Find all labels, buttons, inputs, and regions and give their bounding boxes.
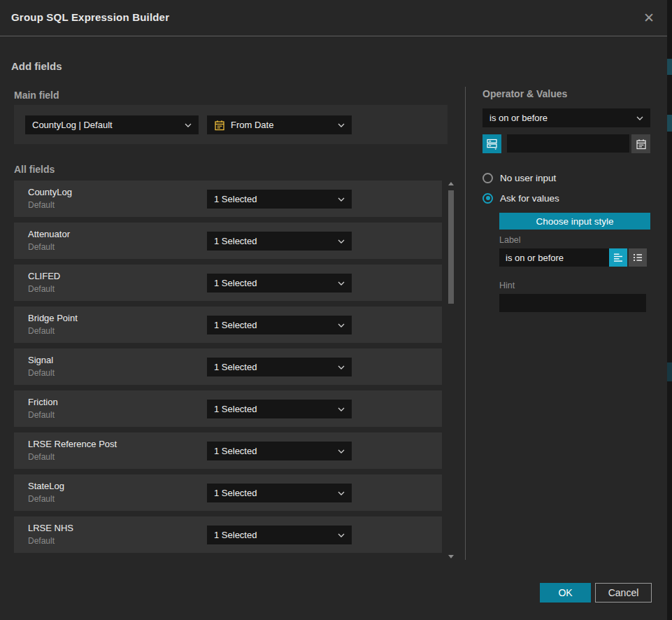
selected-count: 1 Selected [214, 488, 338, 498]
edge-accent [667, 115, 672, 132]
field-name: Bridge Point [28, 313, 78, 323]
label-caption: Label [499, 235, 521, 245]
field-subtitle: Default [28, 200, 55, 210]
chevron-down-icon [338, 491, 345, 495]
field-row: LRSE Reference Post Default 1 Selected [14, 432, 442, 469]
selected-count: 1 Selected [214, 194, 338, 204]
radio-no-user-input[interactable]: No user input [482, 171, 556, 184]
chevron-down-icon [338, 365, 345, 369]
align-left-style-button[interactable] [609, 248, 627, 267]
operator-value: is on or before [489, 113, 636, 123]
chevron-down-icon [338, 239, 345, 244]
field-selected-dropdown[interactable]: 1 Selected [207, 442, 352, 460]
field-dropdown-value: From Date [231, 120, 338, 130]
field-name: Friction [28, 397, 58, 407]
chevron-down-icon [338, 123, 345, 127]
field-subtitle: Default [28, 368, 55, 378]
field-name: StateLog [28, 481, 64, 491]
group-sql-expression-builder-dialog: Group SQL Expression Builder ✕ Add field… [0, 0, 672, 620]
field-subtitle: Default [28, 284, 55, 294]
value-input[interactable] [507, 134, 629, 153]
field-subtitle: Default [28, 452, 55, 462]
field-selected-dropdown[interactable]: 1 Selected [207, 526, 352, 544]
field-selected-dropdown[interactable]: 1 Selected [207, 484, 352, 502]
edge-accent [667, 362, 672, 381]
field-subtitle: Default [28, 536, 55, 546]
field-subtitle: Default [28, 410, 55, 420]
field-subtitle: Default [28, 326, 55, 336]
label-input[interactable] [499, 248, 610, 267]
dialog-title: Group SQL Expression Builder [11, 11, 169, 23]
hint-caption: Hint [499, 281, 515, 290]
add-fields-heading: Add fields [11, 60, 62, 72]
choose-input-style-button[interactable]: Choose input style [499, 213, 650, 230]
selected-count: 1 Selected [214, 404, 338, 414]
selected-count: 1 Selected [214, 530, 338, 540]
field-row: Signal Default 1 Selected [14, 348, 442, 385]
list-scrollbar[interactable] [447, 181, 455, 560]
radio-circle-icon [482, 193, 493, 204]
selected-count: 1 Selected [214, 278, 338, 288]
radio-ask-for-values[interactable]: Ask for values [482, 192, 559, 204]
radio-label: No user input [500, 173, 556, 183]
calendar-icon [636, 139, 647, 150]
field-selected-dropdown[interactable]: 1 Selected [207, 358, 352, 376]
calendar-icon [214, 120, 225, 131]
ok-button[interactable]: OK [540, 583, 591, 603]
main-field-field-dropdown[interactable]: From Date [207, 115, 352, 134]
bullet-list-style-button[interactable] [629, 248, 647, 267]
close-icon[interactable]: ✕ [641, 10, 657, 27]
all-fields-label: All fields [14, 164, 55, 175]
value-input-row [482, 134, 650, 153]
selected-count: 1 Selected [214, 446, 338, 456]
field-row: CLIFED Default 1 Selected [14, 265, 442, 301]
selected-count: 1 Selected [214, 236, 338, 246]
bullet-list-icon [632, 252, 643, 263]
field-name: LRSE Reference Post [28, 439, 117, 449]
field-selected-dropdown[interactable]: 1 Selected [207, 190, 352, 209]
main-field-label: Main field [14, 90, 59, 101]
field-row: Bridge Point Default 1 Selected [14, 307, 442, 343]
panel-divider [465, 87, 466, 560]
scroll-down-arrow-icon[interactable] [448, 555, 454, 558]
field-row: LRSE NHS Default 1 Selected [14, 516, 442, 553]
operator-values-heading: Operator & Values [482, 88, 567, 99]
hint-input[interactable] [499, 294, 646, 312]
field-row: CountyLog Default 1 Selected [14, 181, 442, 217]
field-row: Friction Default 1 Selected [14, 390, 442, 427]
date-picker-button[interactable] [631, 134, 650, 153]
chevron-down-icon [338, 407, 345, 411]
field-row: StateLog Default 1 Selected [14, 474, 442, 511]
scroll-up-arrow-icon[interactable] [448, 182, 454, 185]
scrollbar-thumb[interactable] [448, 190, 454, 304]
cancel-button[interactable]: Cancel [595, 583, 652, 603]
field-selected-dropdown[interactable]: 1 Selected [207, 400, 352, 418]
stacked-values-icon [486, 138, 498, 150]
align-left-icon [613, 252, 624, 263]
background-app-edge [667, 0, 672, 620]
chevron-down-icon [185, 123, 192, 127]
all-fields-list: CountyLog Default 1 Selected Attenuator … [14, 181, 442, 558]
operator-dropdown[interactable]: is on or before [482, 108, 650, 127]
selected-count: 1 Selected [214, 320, 338, 330]
chevron-down-icon [338, 533, 345, 537]
main-field-strip: CountyLog | Default From Date [14, 105, 448, 144]
field-name: CLIFED [28, 271, 60, 281]
dialog-header: Group SQL Expression Builder ✕ [0, 0, 667, 36]
chevron-down-icon [636, 116, 643, 120]
field-name: Signal [28, 355, 53, 365]
chevron-down-icon [338, 323, 345, 327]
field-subtitle: Default [28, 494, 55, 504]
value-type-button[interactable] [482, 134, 501, 153]
field-subtitle: Default [28, 242, 55, 252]
field-selected-dropdown[interactable]: 1 Selected [207, 274, 352, 293]
field-name: CountyLog [28, 187, 72, 197]
field-selected-dropdown[interactable]: 1 Selected [207, 232, 352, 251]
main-field-layer-dropdown[interactable]: CountyLog | Default [25, 115, 199, 134]
edge-accent [667, 59, 672, 75]
radio-circle-icon [482, 173, 493, 183]
field-name: LRSE NHS [28, 523, 73, 533]
field-selected-dropdown[interactable]: 1 Selected [207, 316, 352, 334]
field-row: Attenuator Default 1 Selected [14, 223, 442, 259]
field-name: Attenuator [28, 229, 70, 239]
